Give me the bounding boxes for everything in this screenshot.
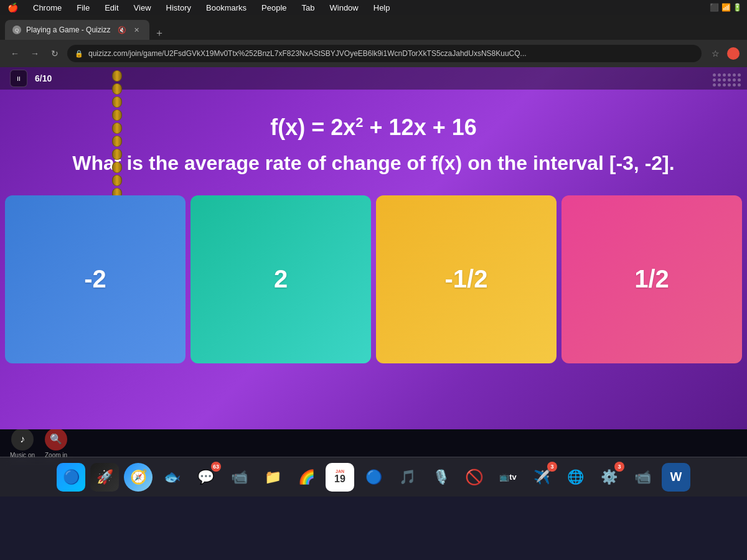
url-text: quizizz.com/join/game/U2FsdGVkX19Mv0Ttx%… bbox=[88, 49, 694, 58]
appstore-icon: ✈️ bbox=[533, 469, 550, 485]
photos-icon: 🌈 bbox=[298, 469, 315, 485]
tab-favicon: Q bbox=[12, 26, 21, 34]
bead-4 bbox=[112, 110, 122, 121]
sysprefs-badge: 3 bbox=[614, 462, 624, 472]
bead-2 bbox=[112, 83, 122, 95]
menu-tab[interactable]: Tab bbox=[299, 2, 317, 14]
tv-label: 📺tv bbox=[499, 472, 517, 482]
safari-icon: 🧭 bbox=[130, 469, 147, 485]
dock-app1[interactable]: 🔵 bbox=[359, 463, 388, 492]
deco-dots bbox=[713, 73, 741, 86]
bead-8 bbox=[112, 162, 122, 173]
dock-chrome[interactable]: 🌐 bbox=[561, 463, 590, 492]
answer-value-a: -2 bbox=[84, 265, 106, 293]
dock-launchpad[interactable]: 🚀 bbox=[90, 463, 119, 492]
facetime-icon: 📹 bbox=[231, 469, 248, 485]
menu-bar: 🍎 Chrome File Edit View History Bookmark… bbox=[0, 0, 747, 15]
system-icons: ⬛ 📶 🔋 bbox=[710, 3, 742, 12]
secure-icon: 🔒 bbox=[75, 50, 83, 58]
question-formula: f(x) = 2x2 + 12x + 16 bbox=[37, 114, 710, 141]
dock-tv[interactable]: 📺tv bbox=[494, 463, 522, 492]
bead-1 bbox=[112, 70, 122, 82]
bead-3 bbox=[112, 96, 122, 108]
left-decoration bbox=[112, 67, 125, 199]
bead-9 bbox=[112, 175, 122, 186]
menu-file[interactable]: File bbox=[74, 2, 92, 14]
dock-podcasts[interactable]: 🎙️ bbox=[426, 463, 455, 492]
dock: 🔵 Finder 🚀 🧭 🐟 💬 63 📹 📁 🌈 bbox=[0, 457, 747, 497]
game-area: ⏸ 6/10 f(x) = 2x2 + 12x + 16 What is the… bbox=[0, 67, 747, 429]
dock-sysprefs[interactable]: ⚙️ 3 bbox=[594, 463, 623, 492]
podcasts-icon: 🎙️ bbox=[433, 469, 449, 485]
zoom-video-icon: 📹 bbox=[634, 469, 651, 485]
calendar-month: JAN bbox=[336, 469, 344, 474]
url-bar[interactable]: 🔒 quizizz.com/join/game/U2FsdGVkX19Mv0Tt… bbox=[67, 45, 702, 62]
answer-card-d[interactable]: 1/2 bbox=[561, 195, 742, 363]
appstore-badge: 3 bbox=[547, 462, 557, 472]
menu-bookmarks[interactable]: Bookmarks bbox=[204, 2, 249, 14]
files-icon: 📁 bbox=[265, 469, 281, 485]
music-button[interactable]: ♪ bbox=[11, 428, 34, 450]
bead-5 bbox=[112, 123, 122, 134]
sysprefs-icon: ⚙️ bbox=[601, 469, 618, 485]
answer-value-b: 2 bbox=[274, 265, 288, 293]
menu-view[interactable]: View bbox=[131, 2, 154, 14]
menu-window[interactable]: Window bbox=[327, 2, 361, 14]
bottom-area: ♪ Music on 🔍 Zoom in 🔵 Finder 🚀 🧭 🐟 💬 6 bbox=[0, 429, 747, 497]
dock-calendar[interactable]: JAN 19 bbox=[326, 463, 354, 492]
answer-card-a[interactable]: -2 bbox=[5, 195, 186, 363]
tab-close-btn[interactable]: ✕ bbox=[131, 25, 142, 35]
refresh-button[interactable]: ↻ bbox=[47, 46, 62, 61]
bookmark-star[interactable]: ☆ bbox=[712, 49, 720, 58]
dock-facetime[interactable]: 📹 bbox=[225, 463, 253, 492]
calendar-date: 19 bbox=[334, 474, 345, 485]
dock-stickies[interactable]: 🐟 bbox=[157, 463, 186, 492]
dock-appstore[interactable]: ✈️ 3 bbox=[527, 463, 556, 492]
active-tab[interactable]: Q Playing a Game - Quizizz 🔇 ✕ bbox=[5, 20, 149, 40]
dock-finder[interactable]: 🔵 Finder bbox=[57, 463, 85, 492]
dock-news[interactable]: 🚫 bbox=[460, 463, 489, 492]
app1-icon: 🔵 bbox=[365, 469, 382, 485]
dock-word[interactable]: W bbox=[662, 463, 690, 492]
answer-card-c[interactable]: -1/2 bbox=[376, 195, 557, 363]
address-bar: ← → ↻ 🔒 quizizz.com/join/game/U2FsdGVkX1… bbox=[0, 40, 747, 67]
tab-controls: 🔇 ✕ bbox=[115, 25, 142, 35]
apple-logo[interactable]: 🍎 bbox=[5, 1, 21, 14]
browser-frame: Q Playing a Game - Quizizz 🔇 ✕ ＋ ← → ↻ 🔒… bbox=[0, 15, 747, 67]
dock-photos[interactable]: 🌈 bbox=[292, 463, 321, 492]
answer-value-c: -1/2 bbox=[445, 265, 488, 293]
dock-files[interactable]: 📁 bbox=[258, 463, 287, 492]
answer-card-b[interactable]: 2 bbox=[190, 195, 371, 363]
launchpad-icon: 🚀 bbox=[96, 469, 113, 485]
menu-history[interactable]: History bbox=[164, 2, 194, 14]
music-shortcut: ♪ Music on bbox=[10, 428, 35, 459]
back-button[interactable]: ← bbox=[7, 46, 22, 61]
dock-messages[interactable]: 💬 63 bbox=[191, 463, 220, 492]
dock-safari[interactable]: 🧭 bbox=[124, 463, 153, 492]
messages-icon: 💬 bbox=[197, 469, 214, 485]
news-icon: 🚫 bbox=[465, 469, 484, 486]
zoom-shortcut: 🔍 Zoom in bbox=[45, 428, 67, 459]
tab-title: Playing a Game - Quizizz bbox=[26, 26, 110, 34]
menu-chrome[interactable]: Chrome bbox=[31, 2, 64, 14]
bead-7 bbox=[112, 149, 122, 160]
tab-bar: Q Playing a Game - Quizizz 🔇 ✕ ＋ bbox=[0, 15, 747, 40]
menu-people[interactable]: People bbox=[259, 2, 289, 14]
zoom-button[interactable]: 🔍 bbox=[45, 428, 67, 450]
stickies-icon: 🐟 bbox=[164, 469, 181, 485]
tab-audio-btn[interactable]: 🔇 bbox=[115, 25, 129, 35]
new-tab-button[interactable]: ＋ bbox=[154, 27, 164, 40]
word-label: W bbox=[670, 470, 682, 484]
bead-6 bbox=[112, 136, 122, 147]
dock-music[interactable]: 🎵 bbox=[393, 463, 421, 492]
messages-badge: 63 bbox=[211, 462, 221, 472]
menu-edit[interactable]: Edit bbox=[102, 2, 121, 14]
pause-button[interactable]: ⏸ bbox=[10, 70, 27, 87]
music-icon: 🎵 bbox=[399, 469, 416, 485]
extension-icon[interactable] bbox=[727, 47, 740, 60]
progress-indicator: 6/10 bbox=[35, 73, 52, 83]
dock-zoom[interactable]: 📹 bbox=[628, 463, 657, 492]
answer-value-d: 1/2 bbox=[634, 265, 669, 293]
menu-help[interactable]: Help bbox=[371, 2, 393, 14]
forward-button[interactable]: → bbox=[27, 46, 42, 61]
